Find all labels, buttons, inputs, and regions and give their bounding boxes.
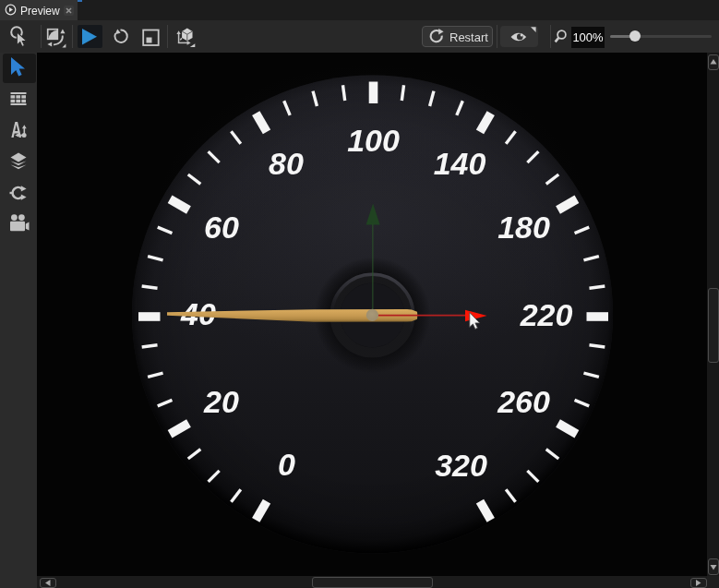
- svg-text:220: 220: [520, 297, 573, 332]
- svg-text:140: 140: [434, 146, 486, 181]
- svg-text:260: 260: [497, 384, 550, 419]
- svg-text:60: 60: [204, 210, 239, 245]
- svg-text:100: 100: [347, 123, 400, 158]
- svg-text:320: 320: [435, 448, 487, 483]
- svg-text:180: 180: [497, 210, 550, 245]
- svg-text:80: 80: [269, 146, 304, 181]
- svg-text:20: 20: [203, 384, 239, 419]
- svg-text:0: 0: [278, 447, 295, 482]
